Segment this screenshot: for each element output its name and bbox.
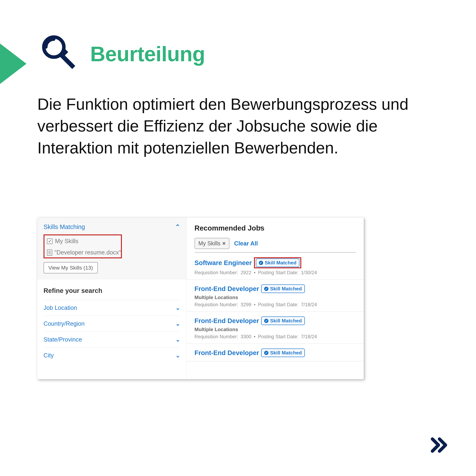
- page-title: Beurteilung: [90, 42, 205, 66]
- filter-row[interactable]: Country/Region⌄: [44, 316, 180, 331]
- document-icon: [47, 250, 52, 256]
- filter-label: State/Province: [44, 336, 82, 343]
- remove-file-icon[interactable]: ×: [259, 224, 262, 231]
- job-subtitle: Multiple Locations: [194, 327, 356, 332]
- req-label: Requisition Number:: [194, 302, 238, 307]
- job-subtitle: Multiple Locations: [194, 295, 356, 300]
- skill-matched-badge: ✓Skill Matched: [261, 317, 305, 325]
- my-skills-label: My Skills: [55, 238, 78, 245]
- filter-row[interactable]: Job Location⌄: [44, 300, 180, 316]
- job-meta: Requisition Number: 3300•Posting Start D…: [194, 334, 356, 340]
- highlight-box-badge: ✓Skill Matched: [254, 257, 301, 268]
- req-label: Requisition Number:: [194, 270, 238, 275]
- chevron-down-icon: ⌄: [175, 336, 180, 343]
- filter-label: City: [44, 352, 54, 359]
- my-skills-checkbox-row[interactable]: ✓ My Skills: [44, 235, 121, 247]
- filter-label: Job Location: [44, 305, 77, 311]
- filter-label: Country/Region: [44, 320, 85, 327]
- posting-date: 7/18/24: [301, 302, 317, 307]
- job-listing[interactable]: Front-End Developer✓Skill MatchedMultipl…: [187, 312, 364, 344]
- job-title[interactable]: Front-End Developer: [194, 349, 259, 357]
- skill-matched-badge: ✓Skill Matched: [261, 285, 305, 293]
- badge-text: Skill Matched: [270, 350, 302, 356]
- badge-text: Skill Matched: [265, 260, 297, 266]
- skills-matching-header[interactable]: Skills Matching ⌃: [44, 223, 180, 230]
- description-text: Die Funktion optimiert den Bewerbungs­pr…: [37, 93, 442, 159]
- job-listing[interactable]: Front-End Developer✓Skill MatchedMultipl…: [187, 280, 364, 312]
- req-label: Requisition Number:: [194, 334, 238, 340]
- resume-file-row: "Developer resume.docx": [44, 247, 121, 257]
- chevron-up-icon: ⌃: [175, 223, 180, 230]
- skills-matching-panel: Skills Matching ⌃ ✓ My Skills "Developer…: [37, 218, 187, 279]
- skills-matching-label: Skills Matching: [44, 223, 85, 230]
- job-meta: Requisition Number: 3299•Posting Start D…: [194, 302, 356, 307]
- skill-matched-badge: ✓Skill Matched: [261, 349, 305, 357]
- chip-label: My Skills: [198, 240, 221, 247]
- job-meta: Requisition Number: 2922•Posting Start D…: [194, 270, 356, 275]
- filter-row[interactable]: State/Province⌄: [44, 331, 180, 347]
- highlight-box-skills: ✓ My Skills "Developer resume.docx": [44, 234, 122, 258]
- header: Beurteilung: [37, 32, 205, 76]
- chevron-down-icon: ⌄: [175, 352, 180, 359]
- checkbox-icon[interactable]: ✓: [47, 238, 52, 244]
- left-column: Skills Matching ⌃ ✓ My Skills "Developer…: [37, 218, 187, 379]
- chip-close-icon[interactable]: ×: [222, 240, 226, 247]
- refine-search-panel: Refine your search Job Location⌄Country/…: [37, 279, 187, 363]
- recommended-header: Recommended Jobs My Skills × Clear All: [187, 218, 364, 253]
- separator-dot: •: [254, 270, 255, 275]
- app-screenshot: Skills Matching ⌃ ✓ My Skills "Developer…: [37, 218, 364, 379]
- job-title[interactable]: Software Engineer: [194, 259, 252, 267]
- separator-dot: •: [254, 334, 255, 340]
- resume-filename: "Developer resume.docx": [54, 249, 121, 256]
- posting-date: 1/30/24: [301, 270, 317, 275]
- next-page-icon[interactable]: [429, 435, 450, 456]
- view-my-skills-button[interactable]: View My Skills (13): [44, 262, 98, 273]
- decorative-triangle: [0, 44, 26, 84]
- check-circle-icon: ✓: [259, 261, 263, 265]
- date-label: Posting Start Date:: [258, 302, 298, 307]
- req-number: 3300: [241, 334, 251, 340]
- posting-date: 7/18/24: [301, 334, 317, 340]
- right-column: Recommended Jobs My Skills × Clear All S…: [187, 218, 364, 379]
- check-circle-icon: ✓: [264, 351, 269, 355]
- filter-row[interactable]: City⌄: [44, 347, 180, 363]
- clear-all-link[interactable]: Clear All: [234, 240, 258, 247]
- job-title[interactable]: Front-End Developer: [194, 317, 259, 324]
- job-listing[interactable]: Front-End Developer✓Skill Matched: [187, 344, 364, 361]
- filter-chip-my-skills[interactable]: My Skills ×: [194, 238, 229, 249]
- badge-text: Skill Matched: [270, 318, 302, 324]
- skill-matched-badge: ✓Skill Matched: [256, 258, 300, 267]
- page: Beurteilung Die Funktion optimiert den B…: [0, 0, 476, 476]
- separator-dot: •: [254, 302, 255, 307]
- check-circle-icon: ✓: [264, 287, 269, 291]
- req-number: 3299: [241, 302, 251, 307]
- refine-search-label: Refine your search: [44, 287, 180, 294]
- req-number: 2922: [241, 270, 251, 275]
- check-circle-icon: ✓: [264, 319, 269, 323]
- job-title[interactable]: Front-End Developer: [194, 285, 259, 292]
- badge-text: Skill Matched: [270, 286, 302, 292]
- job-listing[interactable]: Software Engineer✓Skill MatchedRequisiti…: [187, 253, 364, 280]
- magnifier-icon: [37, 32, 81, 76]
- date-label: Posting Start Date:: [258, 334, 298, 340]
- date-label: Posting Start Date:: [258, 270, 298, 275]
- chevron-down-icon: ⌄: [175, 320, 180, 327]
- recommended-jobs-label: Recommended Jobs: [194, 224, 356, 232]
- chevron-down-icon: ⌄: [175, 304, 180, 311]
